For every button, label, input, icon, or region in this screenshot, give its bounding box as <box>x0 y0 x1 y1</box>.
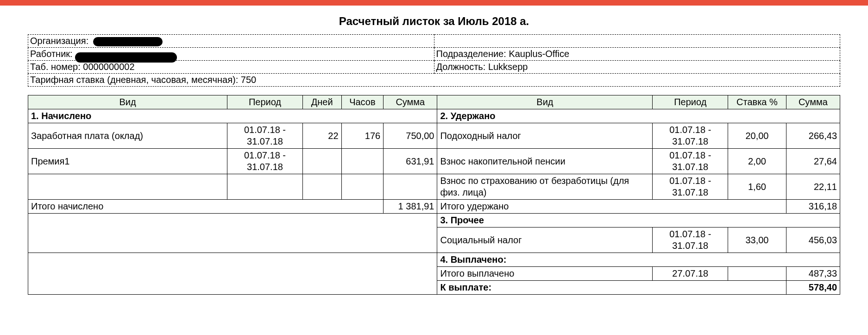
top-accent-bar <box>0 0 868 6</box>
hdr-rate: Ставка % <box>728 95 786 109</box>
accrued-total-sum: 1 381,91 <box>384 200 437 214</box>
to-pay-sum: 578,40 <box>786 281 840 295</box>
hdr-period-r: Период <box>653 95 728 109</box>
hdr-period-l: Период <box>227 95 303 109</box>
meta-table: Организация: Работник: Подразделение: Ka… <box>28 34 840 87</box>
tabno-label: Таб. номер: <box>30 62 81 72</box>
rate-label: Тарифная ставка (дневная, часовая, месяч… <box>30 75 238 85</box>
accrued-name-2 <box>28 174 227 200</box>
other-name-0: Социальный налог <box>437 228 653 253</box>
hdr-vid-r: Вид <box>437 95 653 109</box>
accrued-days-1 <box>302 149 341 174</box>
accrued-name-0: Заработная плата (оклад) <box>28 123 227 149</box>
section-row-other: 3. Прочее <box>28 214 840 228</box>
withheld-period-2: 01.07.18 - 31.07.18 <box>653 174 728 200</box>
section-row-paid: 4. Выплачено: <box>28 253 840 267</box>
dept-label: Подразделение: <box>436 49 506 59</box>
hdr-vid-l: Вид <box>28 95 227 109</box>
pos-label: Должность: <box>436 62 486 72</box>
section-paid: 4. Выплачено: <box>437 253 840 267</box>
redacted-worker <box>75 52 177 58</box>
page-title: Расчетный листок за Июль 2018 а. <box>28 15 840 28</box>
pos-value: Lukksepp <box>488 62 528 72</box>
withheld-rate-0: 20,00 <box>728 123 786 149</box>
hdr-sum-r: Сумма <box>786 95 840 109</box>
worker-label: Работник: <box>30 49 73 59</box>
meta-tabno: Таб. номер: 0000000002 <box>28 61 434 74</box>
withheld-sum-0: 266,43 <box>786 123 840 149</box>
section-withheld: 2. Удержано <box>437 109 840 123</box>
paid-rate-blank <box>728 267 786 281</box>
meta-worker: Работник: <box>28 48 434 61</box>
totals-row: Итого начислено 1 381,91 Итого удержано … <box>28 200 840 214</box>
section-other: 3. Прочее <box>437 214 840 228</box>
row-3: Взнос по страхованию от безработицы (для… <box>28 174 840 200</box>
other-period-0: 01.07.18 - 31.07.18 <box>653 228 728 253</box>
payslip-grid: Вид Период Дней Часов Сумма Вид Период С… <box>28 95 840 295</box>
meta-blank <box>434 35 840 48</box>
blank-left-other <box>28 214 437 253</box>
withheld-period-1: 01.07.18 - 31.07.18 <box>653 149 728 174</box>
meta-rate: Тарифная ставка (дневная, часовая, месяч… <box>28 74 840 87</box>
hdr-days: Дней <box>302 95 341 109</box>
section-accrued: 1. Начислено <box>28 109 437 123</box>
meta-dept: Подразделение: Kauplus-Office <box>434 48 840 61</box>
paid-total-label: Итого выплачено <box>437 267 653 281</box>
accrued-sum-1: 631,91 <box>384 149 437 174</box>
accrued-period-2 <box>227 174 303 200</box>
header-row: Вид Период Дней Часов Сумма Вид Период С… <box>28 95 840 109</box>
accrued-period-0: 01.07.18 - 31.07.18 <box>227 123 303 149</box>
other-sum-0: 456,03 <box>786 228 840 253</box>
redacted-org <box>93 37 163 46</box>
hdr-sum-l: Сумма <box>384 95 437 109</box>
withheld-rate-1: 2,00 <box>728 149 786 174</box>
dept-value: Kauplus-Office <box>509 49 569 59</box>
blank-left-paid <box>28 253 437 295</box>
org-label: Организация: <box>30 36 88 46</box>
tabno-value: 0000000002 <box>83 62 134 72</box>
accrued-total-label: Итого начислено <box>28 200 384 214</box>
accrued-period-1: 01.07.18 - 31.07.18 <box>227 149 303 174</box>
accrued-days-2 <box>302 174 341 200</box>
accrued-days-0: 22 <box>302 123 341 149</box>
paid-date: 27.07.18 <box>653 267 728 281</box>
paid-sum: 487,33 <box>786 267 840 281</box>
withheld-name-0: Подоходный налог <box>437 123 653 149</box>
to-pay-label: К выплате: <box>437 281 786 295</box>
section-row-1: 1. Начислено 2. Удержано <box>28 109 840 123</box>
other-rate-0: 33,00 <box>728 228 786 253</box>
row-1: Заработная плата (оклад) 01.07.18 - 31.0… <box>28 123 840 149</box>
withheld-total-label: Итого удержано <box>437 200 786 214</box>
meta-position: Должность: Lukksepp <box>434 61 840 74</box>
meta-org: Организация: <box>28 35 434 48</box>
accrued-sum-0: 750,00 <box>384 123 437 149</box>
accrued-hours-1 <box>341 149 384 174</box>
accrued-hours-2 <box>341 174 384 200</box>
rate-value: 750 <box>241 75 256 85</box>
withheld-sum-1: 27,64 <box>786 149 840 174</box>
hdr-hours: Часов <box>341 95 384 109</box>
payslip-document: Расчетный листок за Июль 2018 а. Организ… <box>0 6 868 309</box>
withheld-sum-2: 22,11 <box>786 174 840 200</box>
row-2: Премия1 01.07.18 - 31.07.18 631,91 Взнос… <box>28 149 840 174</box>
accrued-name-1: Премия1 <box>28 149 227 174</box>
withheld-period-0: 01.07.18 - 31.07.18 <box>653 123 728 149</box>
withheld-name-1: Взнос накопительной пенсии <box>437 149 653 174</box>
accrued-hours-0: 176 <box>341 123 384 149</box>
accrued-sum-2 <box>384 174 437 200</box>
withheld-rate-2: 1,60 <box>728 174 786 200</box>
withheld-total-sum: 316,18 <box>786 200 840 214</box>
withheld-name-2: Взнос по страхованию от безработицы (для… <box>437 174 653 200</box>
